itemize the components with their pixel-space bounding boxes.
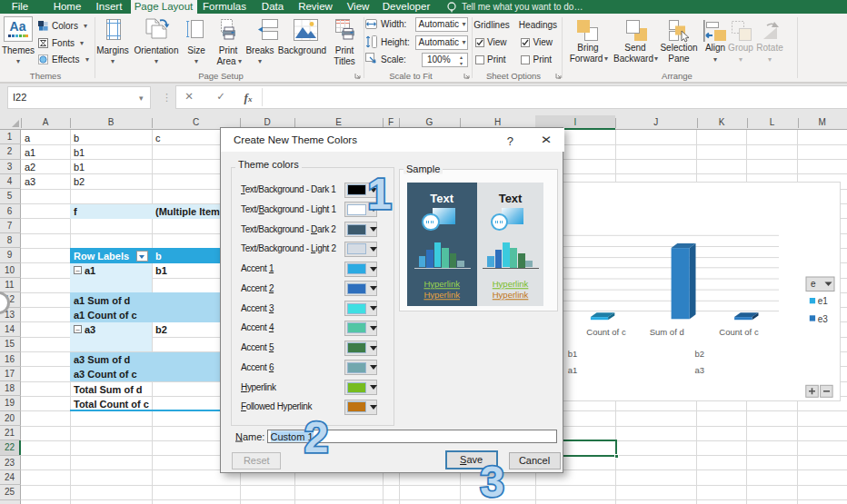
svg-text:e: e (811, 279, 816, 289)
svg-text:Sum of d: Sum of d (650, 326, 684, 336)
svg-text:a3: a3 (694, 364, 704, 374)
svg-text:e3: e3 (818, 313, 829, 323)
svg-text:Count of c: Count of c (586, 326, 626, 336)
svg-text:a1: a1 (568, 364, 578, 374)
svg-text:Count of c: Count of c (719, 326, 759, 336)
svg-text:b2: b2 (694, 348, 704, 358)
svg-text:e1: e1 (818, 296, 829, 306)
svg-text:b1: b1 (568, 348, 578, 358)
